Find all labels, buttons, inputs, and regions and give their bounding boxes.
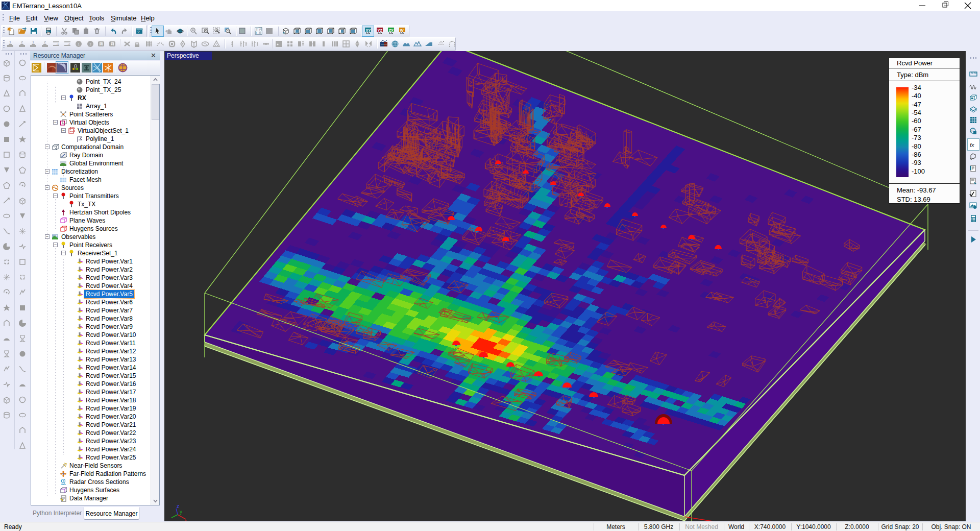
svg-text:W: W: [400, 28, 404, 33]
svg-text:1: 1: [32, 40, 34, 44]
svg-text:x: x: [184, 518, 187, 521]
svg-text:2: 2: [44, 40, 46, 44]
svg-text:o: o: [283, 32, 285, 35]
svg-text:R: R: [259, 31, 261, 34]
svg-text:ZX: ZX: [389, 28, 394, 33]
svg-text:F: F: [256, 31, 258, 34]
svg-text:y: y: [180, 509, 182, 515]
svg-text:1: 1: [100, 43, 102, 46]
svg-text:YZ: YZ: [378, 28, 383, 33]
svg-text:-1: -1: [56, 42, 59, 45]
svg-text:2: 2: [21, 40, 23, 44]
svg-text:?: ?: [137, 30, 140, 34]
svg-text:T: T: [256, 28, 258, 31]
svg-text:XY: XY: [366, 28, 371, 33]
svg-text:fx: fx: [970, 142, 974, 148]
svg-text:-2: -2: [67, 42, 70, 45]
svg-text:z: z: [177, 503, 179, 509]
svg-text:2: 2: [111, 43, 113, 46]
svg-text:1: 1: [9, 40, 11, 44]
